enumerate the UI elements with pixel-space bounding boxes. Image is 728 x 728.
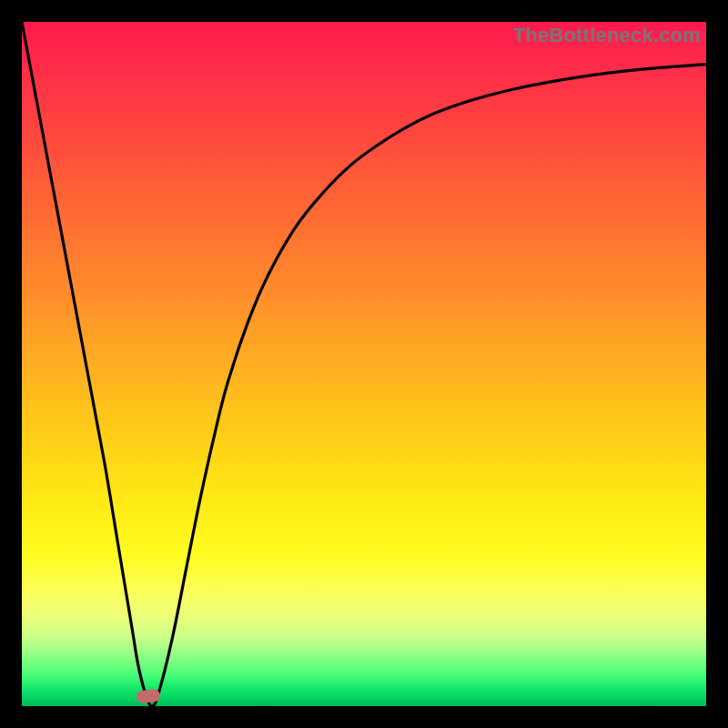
bottleneck-curve	[22, 22, 706, 706]
chart-frame: TheBottleneck.com	[0, 0, 728, 728]
plot-area: TheBottleneck.com	[22, 22, 706, 706]
